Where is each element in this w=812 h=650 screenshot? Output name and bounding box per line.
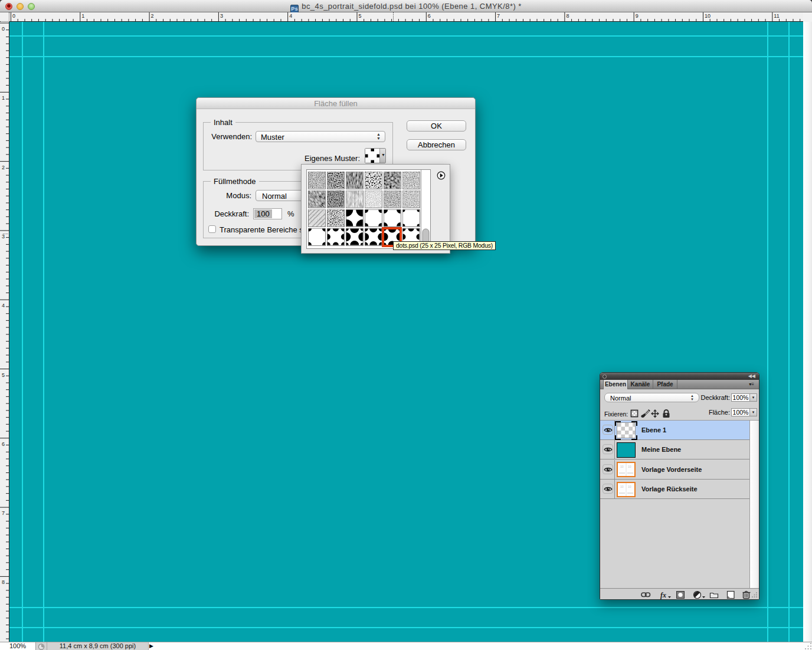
svg-text:0: 0 <box>2 26 5 32</box>
svg-text:6: 6 <box>2 441 5 447</box>
svg-text:10: 10 <box>620 465 624 468</box>
svg-text:1: 1 <box>2 95 5 101</box>
svg-text:8: 8 <box>566 13 569 19</box>
svg-text:4: 4 <box>289 13 292 19</box>
svg-text:8: 8 <box>2 579 5 585</box>
svg-text:fx: fx <box>660 591 666 599</box>
svg-text:2: 2 <box>151 13 154 19</box>
svg-text:10: 10 <box>628 485 631 488</box>
svg-text:5: 5 <box>2 372 5 378</box>
svg-text:7: 7 <box>2 510 5 516</box>
svg-text:6: 6 <box>428 13 431 19</box>
svg-text:7: 7 <box>497 13 500 19</box>
svg-text:2: 2 <box>2 165 5 170</box>
svg-text:10: 10 <box>620 485 624 488</box>
svg-text:3: 3 <box>220 13 223 19</box>
svg-text:0: 0 <box>12 13 15 19</box>
svg-text:1: 1 <box>81 13 84 19</box>
svg-text:5: 5 <box>359 13 362 19</box>
svg-text:10: 10 <box>628 465 631 468</box>
svg-text:9: 9 <box>636 13 639 19</box>
svg-text:3: 3 <box>2 234 5 239</box>
svg-text:11: 11 <box>774 13 779 19</box>
svg-text:10: 10 <box>705 13 711 19</box>
svg-text:4: 4 <box>2 303 5 308</box>
